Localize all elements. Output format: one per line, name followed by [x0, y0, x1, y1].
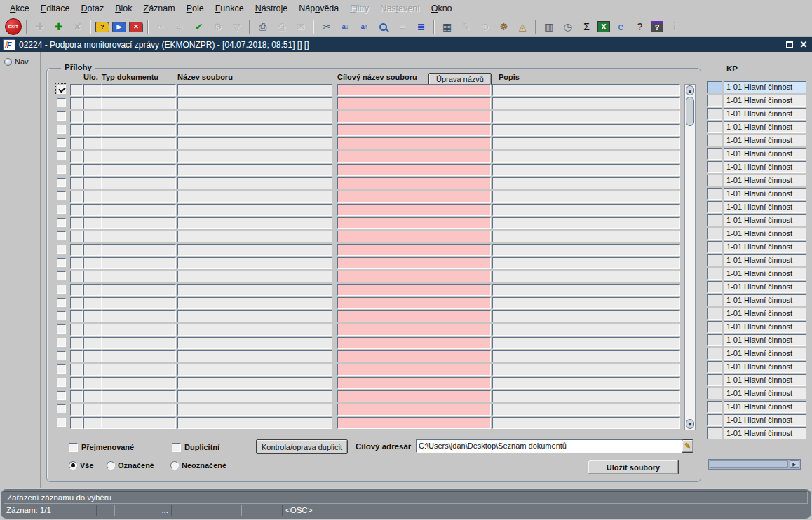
cell-ulo[interactable]: [83, 137, 102, 149]
cell-popis[interactable]: [492, 97, 680, 109]
kp-scroll-right-icon[interactable]: ▶: [790, 460, 799, 468]
cell-typ-dokumentu[interactable]: [102, 204, 176, 216]
cell-typ-dokumentu[interactable]: [102, 377, 176, 389]
cell-popis[interactable]: [492, 364, 680, 376]
kp-record-indicator[interactable]: [707, 228, 722, 240]
cell-typ-dokumentu[interactable]: [102, 137, 176, 149]
kp-row[interactable]: 1-01 Hlavní činnost: [724, 268, 806, 280]
cell-ulo[interactable]: [83, 177, 102, 189]
row-select-checkbox[interactable]: [57, 324, 66, 334]
cell-typ-dokumentu[interactable]: [102, 310, 176, 322]
kp-row[interactable]: 1-01 Hlavní činnost: [724, 321, 806, 333]
cell-ulo[interactable]: [83, 84, 102, 96]
cell-nazev-souboru[interactable]: [177, 151, 332, 163]
kp-record-indicator[interactable]: [707, 214, 722, 226]
cell-ulo[interactable]: [83, 350, 102, 362]
kp-record-indicator[interactable]: [707, 414, 722, 426]
cell-nazev-souboru[interactable]: [177, 97, 332, 109]
cell-ulo-flag[interactable]: [70, 111, 83, 123]
cell-ulo-flag[interactable]: [70, 417, 83, 429]
row-select-checkbox[interactable]: [57, 271, 66, 280]
row-select-checkbox[interactable]: [57, 218, 66, 227]
cell-typ-dokumentu[interactable]: [102, 244, 176, 256]
kp-record-indicator[interactable]: [707, 388, 722, 399]
print-icon[interactable]: ⎙: [255, 19, 271, 34]
cell-cilovy-nazev[interactable]: [337, 364, 491, 376]
row-select-checkbox[interactable]: [57, 178, 66, 187]
cell-cilovy-nazev[interactable]: [337, 124, 491, 136]
cell-ulo[interactable]: [83, 404, 102, 416]
cell-nazev-souboru[interactable]: [177, 390, 332, 402]
cell-ulo[interactable]: [83, 417, 102, 429]
cell-nazev-souboru[interactable]: [177, 111, 332, 123]
paste-icon[interactable]: a↑: [356, 19, 372, 34]
row-select-checkbox[interactable]: [57, 404, 66, 413]
kp-scroll-thumb[interactable]: [710, 460, 788, 468]
menu-item-akce[interactable]: Akce: [4, 2, 35, 15]
cell-cilovy-nazev[interactable]: [337, 164, 491, 176]
cell-nazev-souboru[interactable]: [177, 177, 332, 189]
duplicate-checkbox[interactable]: [172, 443, 181, 452]
cell-popis[interactable]: [492, 337, 680, 349]
cell-popis[interactable]: [492, 324, 680, 336]
cell-cilovy-nazev[interactable]: [337, 257, 491, 269]
cell-nazev-souboru[interactable]: [177, 217, 332, 229]
menu-item-nastaveni[interactable]: Nastavení: [374, 2, 425, 15]
cell-cilovy-nazev[interactable]: [337, 310, 491, 322]
renamed-checkbox[interactable]: [69, 443, 78, 452]
clock-icon[interactable]: ◷: [560, 19, 576, 34]
kp-record-indicator[interactable]: [707, 401, 722, 413]
radio-vše[interactable]: [69, 461, 77, 470]
cell-ulo-flag[interactable]: [70, 390, 83, 402]
cell-nazev-souboru[interactable]: [177, 257, 332, 269]
kp-row[interactable]: 1-01 Hlavní činnost: [724, 121, 806, 133]
cell-typ-dokumentu[interactable]: [102, 390, 176, 402]
kp-row[interactable]: 1-01 Hlavní činnost: [724, 388, 806, 399]
presentation-icon[interactable]: ▥: [541, 19, 557, 34]
kp-row[interactable]: 1-01 Hlavní činnost: [724, 334, 806, 346]
cell-cilovy-nazev[interactable]: [337, 417, 491, 429]
kp-row[interactable]: 1-01 Hlavní činnost: [724, 214, 806, 226]
help-icon[interactable]: ?: [651, 21, 663, 32]
outline-icon[interactable]: ≡: [394, 19, 410, 34]
menu-item-dotaz[interactable]: Dotaz: [76, 2, 110, 15]
kp-record-indicator[interactable]: [707, 121, 722, 133]
cut-icon[interactable]: ✂: [318, 19, 334, 34]
cell-cilovy-nazev[interactable]: [337, 377, 491, 389]
execute-query-icon[interactable]: ▶: [112, 22, 126, 32]
cell-ulo-flag[interactable]: [70, 177, 83, 189]
cell-typ-dokumentu[interactable]: [102, 164, 176, 176]
cell-typ-dokumentu[interactable]: [102, 97, 176, 109]
cell-nazev-souboru[interactable]: [177, 310, 332, 322]
close-button[interactable]: ✕: [798, 39, 809, 50]
row-select-checkbox[interactable]: [57, 338, 66, 347]
cell-nazev-souboru[interactable]: [177, 324, 332, 336]
kp-record-indicator[interactable]: [707, 427, 722, 439]
target-dir-input[interactable]: C:\Users\jdan\Desktop\Seznam dokumentů: [416, 439, 682, 453]
cell-ulo[interactable]: [83, 124, 102, 136]
cell-popis[interactable]: [492, 204, 680, 216]
kp-row[interactable]: 1-01 Hlavní činnost: [724, 161, 806, 173]
row-select-checkbox[interactable]: [57, 165, 66, 174]
cell-ulo[interactable]: [83, 151, 102, 163]
cell-cilovy-nazev[interactable]: [337, 111, 491, 123]
cell-nazev-souboru[interactable]: [177, 84, 332, 96]
cell-typ-dokumentu[interactable]: [102, 271, 176, 282]
cell-nazev-souboru[interactable]: [177, 244, 332, 256]
cell-popis[interactable]: [492, 244, 680, 256]
cell-popis[interactable]: [492, 350, 680, 362]
kp-record-indicator[interactable]: [707, 348, 722, 360]
ship-wheel-icon[interactable]: ☸: [496, 19, 512, 34]
cell-ulo-flag[interactable]: [70, 204, 83, 216]
row-select-checkbox[interactable]: [57, 351, 66, 360]
cell-ulo[interactable]: [83, 310, 102, 322]
kp-record-indicator[interactable]: [707, 161, 722, 173]
cell-popis[interactable]: [492, 284, 680, 296]
cell-popis[interactable]: [492, 297, 680, 309]
kp-row[interactable]: 1-01 Hlavní činnost: [724, 254, 806, 266]
cell-ulo[interactable]: [83, 231, 102, 242]
cell-cilovy-nazev[interactable]: [337, 177, 491, 189]
cell-ulo-flag[interactable]: [70, 124, 83, 136]
globe-icon[interactable]: ⊕: [477, 19, 493, 34]
nav-toggle[interactable]: Nav: [4, 57, 29, 66]
